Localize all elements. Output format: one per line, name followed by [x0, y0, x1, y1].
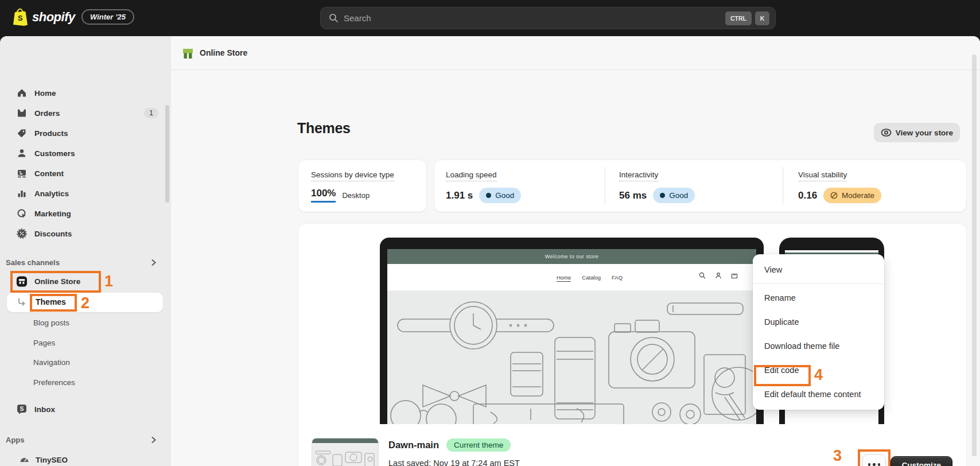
current-theme-badge: Current theme: [446, 438, 511, 452]
preview-header-icons: [699, 272, 738, 279]
desktop-screen: Welcome to our store Home Catalog FAQ: [387, 249, 756, 424]
annotation-number-3: 3: [833, 447, 842, 465]
speedometer-icon: [18, 454, 30, 465]
thumbnail-announcement-bar: [312, 438, 378, 443]
annotation-box-1: [10, 271, 101, 293]
metric-sessions-card: Sessions by device type 100% Desktop: [298, 160, 426, 212]
sidebar-item-blog-posts[interactable]: Blog posts: [33, 315, 69, 330]
annotation-number-2: 2: [81, 294, 90, 312]
home-icon: [16, 87, 28, 99]
status-badge-good: Good: [479, 188, 521, 203]
customers-icon: [16, 147, 28, 159]
menu-divider: [753, 284, 884, 284]
annotation-box-2: [30, 294, 77, 312]
metric-value: 100%: [311, 188, 336, 203]
announcement-bar: Welcome to our store: [387, 249, 756, 264]
page-header: Online Store: [171, 36, 980, 70]
topbar: S shopify Winter ’25 Search CTRL K: [0, 0, 980, 36]
sidebar-item-pages[interactable]: Pages: [33, 335, 55, 350]
nested-arrow-icon: [17, 297, 27, 307]
view-your-store-button[interactable]: View your store: [874, 123, 960, 142]
svg-text:S: S: [20, 405, 24, 412]
orders-icon: [16, 107, 28, 119]
discounts-icon: [16, 228, 28, 239]
metric-loading-speed: Loading speed 1.91 s Good: [446, 169, 521, 203]
breadcrumb: Online Store: [200, 48, 247, 57]
sidebar-item-discounts[interactable]: Discounts: [5, 224, 166, 243]
shopify-logo[interactable]: S shopify: [13, 8, 75, 26]
dot-icon: [873, 463, 876, 466]
theme-actions-button[interactable]: [862, 454, 886, 466]
slash-circle-icon: [830, 192, 838, 199]
sidebar-item-marketing[interactable]: Marketing: [5, 204, 166, 223]
sidebar-item-preferences[interactable]: Preferences: [33, 375, 75, 390]
theme-last-saved: Last saved: Nov 19 at 7:24 am EST: [388, 459, 520, 466]
status-badge-good: Good: [653, 188, 695, 203]
menu-item-rename[interactable]: Rename: [753, 286, 884, 310]
chevron-right-icon[interactable]: [150, 259, 157, 266]
metric-visual-stability: Visual stability 0.16 Moderate: [798, 169, 881, 203]
status-dot-icon: [660, 193, 665, 198]
analytics-icon: [16, 188, 28, 199]
search-input[interactable]: Search CTRL K: [320, 7, 776, 29]
metric-detail: Desktop: [342, 191, 370, 200]
search-placeholder: Search: [344, 13, 725, 23]
theme-hero-illustration: [387, 290, 756, 424]
preview-nav: Home Catalog FAQ: [557, 274, 623, 282]
sidebar-item-tinyseo[interactable]: TinySEO: [5, 451, 166, 466]
theme-name: Dawn-main: [388, 440, 439, 451]
dot-icon: [878, 463, 881, 466]
online-store-green-icon: [181, 47, 195, 60]
annotation-box-4: [754, 365, 811, 386]
customize-button[interactable]: Customize: [890, 456, 952, 466]
shopify-bag-icon: S: [13, 8, 28, 26]
sidebar-item-navigation[interactable]: Navigation: [33, 355, 70, 370]
sidebar-section-sales-channels: Sales channels: [6, 256, 165, 269]
sidebar-item-content[interactable]: Content: [5, 164, 166, 182]
menu-item-duplicate[interactable]: Duplicate: [753, 310, 884, 334]
eye-icon: [881, 129, 892, 137]
desktop-preview[interactable]: Welcome to our store Home Catalog FAQ: [380, 238, 764, 424]
menu-item-view[interactable]: View: [753, 258, 884, 282]
theme-actions-menu: View Rename Duplicate Download theme fil…: [753, 254, 884, 410]
divider: [783, 167, 783, 205]
sidebar-item-customers[interactable]: Customers: [5, 144, 166, 162]
svg-text:S: S: [18, 14, 23, 22]
sidebar-item-orders[interactable]: Orders 1: [5, 104, 166, 122]
orders-count-badge: 1: [144, 108, 158, 118]
search-icon: [329, 13, 339, 23]
divider: [605, 167, 605, 205]
cart-icon: [731, 272, 738, 279]
theme-thumbnail: [312, 438, 379, 466]
menu-item-download-theme-file[interactable]: Download theme file: [753, 334, 884, 358]
products-tag-icon: [16, 127, 28, 139]
k-key-hint: K: [755, 11, 769, 25]
ctrl-key-hint: CTRL: [725, 11, 752, 25]
brand-name: shopify: [32, 10, 75, 25]
status-dot-icon: [486, 193, 491, 198]
metric-performance-card: Loading speed 1.91 s Good Interactivity …: [434, 160, 966, 212]
sidebar-section-apps: Apps: [6, 433, 165, 446]
sidebar: Home Orders 1 Products Customers Content: [0, 36, 171, 466]
sidebar-scrollbar[interactable]: [165, 105, 169, 203]
content-icon: [16, 168, 28, 179]
page-scrollbar[interactable]: [972, 55, 977, 456]
shopify-admin-window: S shopify Winter ’25 Search CTRL K Home: [0, 0, 980, 466]
annotation-number-4: 4: [814, 366, 823, 384]
search-icon: [699, 272, 706, 279]
metric-title: Sessions by device type: [311, 170, 394, 181]
annotation-number-1: 1: [104, 273, 113, 290]
page-title: Themes: [297, 120, 351, 137]
status-badge-moderate: Moderate: [823, 188, 881, 203]
dot-icon: [868, 463, 871, 466]
sidebar-item-inbox[interactable]: S Inbox: [5, 400, 166, 418]
version-badge: Winter ’25: [81, 9, 134, 25]
marketing-icon: [16, 208, 28, 219]
sidebar-item-home[interactable]: Home: [5, 84, 166, 102]
account-icon: [715, 272, 722, 279]
sidebar-item-analytics[interactable]: Analytics: [5, 184, 166, 203]
metric-interactivity: Interactivity 56 ms Good: [619, 169, 695, 203]
inbox-icon: S: [16, 403, 28, 415]
chevron-right-icon[interactable]: [150, 436, 157, 444]
sidebar-item-products[interactable]: Products: [5, 124, 166, 142]
